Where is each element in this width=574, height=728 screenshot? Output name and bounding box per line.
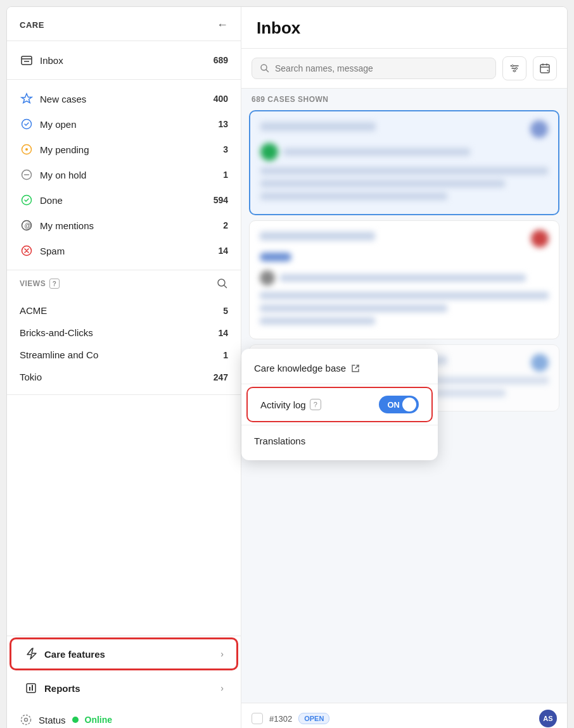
popup-menu: Care knowledge base Activity log ? ON	[241, 349, 438, 460]
toggle-label: ON	[388, 400, 400, 410]
sidebar-header: CARE ←	[7, 7, 241, 41]
inbox-section: Inbox 689	[7, 41, 241, 80]
views-search-icon[interactable]	[217, 278, 228, 289]
inbox-item[interactable]: Inbox 689	[7, 47, 241, 73]
case-checkbox[interactable]	[252, 713, 263, 724]
filter-button[interactable]	[502, 56, 526, 80]
done-item[interactable]: Done 594	[7, 187, 241, 213]
my-mentions-item[interactable]: @ My mentions 2	[7, 213, 241, 238]
bolt-icon	[24, 647, 38, 661]
status-value: Online	[85, 715, 113, 725]
my-on-hold-count: 1	[223, 170, 228, 180]
main-header: Inbox	[241, 7, 567, 49]
svg-point-3	[25, 148, 28, 151]
sidebar-bottom: Care features › Reports ›	[7, 636, 241, 728]
new-cases-item[interactable]: New cases 400	[7, 86, 241, 111]
svg-point-14	[512, 65, 514, 67]
translations-item[interactable]: Translations	[241, 427, 438, 455]
reports-icon	[24, 681, 38, 695]
spam-count: 14	[218, 246, 228, 256]
my-pending-item[interactable]: My pending 3	[7, 137, 241, 162]
new-cases-count: 400	[214, 94, 228, 104]
my-open-icon	[20, 117, 34, 131]
my-on-hold-icon	[20, 168, 34, 182]
my-on-hold-label: My on hold	[40, 170, 217, 180]
reports-label: Reports	[44, 683, 214, 694]
svg-rect-17	[540, 65, 549, 73]
done-count: 594	[214, 195, 228, 205]
user-avatar: AS	[539, 710, 557, 727]
my-pending-label: My pending	[40, 144, 217, 155]
search-input[interactable]	[275, 63, 488, 73]
external-link-icon	[351, 364, 360, 373]
status-label: Status	[39, 715, 66, 725]
my-open-label: My open	[40, 119, 212, 130]
popup-divider-2	[241, 425, 438, 425]
bottom-case-row: #1302 OPEN AS	[241, 703, 567, 728]
calendar-button[interactable]	[533, 56, 557, 80]
activity-log-toggle[interactable]: ON	[379, 396, 419, 413]
my-mentions-label: My mentions	[40, 220, 217, 231]
cases-shown-label: 689 CASES SHOWN	[241, 89, 567, 108]
new-cases-label: New cases	[40, 94, 207, 104]
activity-help-icon: ?	[310, 399, 321, 410]
status-section: New cases 400 My open 13	[7, 80, 241, 270]
knowledge-base-label: Care knowledge base	[254, 363, 346, 373]
svg-rect-0	[22, 56, 32, 65]
page-title: Inbox	[257, 18, 552, 38]
svg-text:@: @	[25, 222, 31, 229]
activity-log-row: Activity log ? ON	[246, 387, 433, 422]
search-icon	[260, 63, 270, 73]
search-bar[interactable]	[252, 58, 496, 79]
inbox-icon	[20, 53, 34, 67]
popup-divider	[241, 384, 438, 384]
care-features-item[interactable]: Care features ›	[10, 637, 238, 670]
reports-item[interactable]: Reports ›	[10, 672, 238, 705]
spam-item[interactable]: Spam 14	[7, 238, 241, 263]
sidebar: CARE ← Inbox 689	[7, 7, 241, 728]
sidebar-title: CARE	[20, 20, 44, 30]
new-cases-icon	[20, 92, 34, 106]
online-dot	[72, 717, 79, 723]
case-id: #1302	[269, 714, 292, 724]
my-pending-count: 3	[223, 144, 228, 154]
translations-label: Translations	[254, 436, 305, 446]
view-tokio[interactable]: Tokio 247	[7, 366, 241, 388]
view-streamline-and-co[interactable]: Streamline and Co 1	[7, 344, 241, 366]
my-mentions-icon: @	[20, 218, 34, 232]
svg-point-15	[516, 68, 518, 70]
svg-rect-10	[27, 684, 35, 693]
app-container: CARE ← Inbox 689	[6, 6, 568, 728]
sidebar-body: Inbox 689 New cases 400	[7, 41, 241, 636]
view-bricks-and-clicks[interactable]: Bricks-and-Clicks 14	[7, 322, 241, 344]
my-open-item[interactable]: My open 13	[7, 111, 241, 137]
toggle-knob	[402, 398, 416, 411]
spam-label: Spam	[40, 246, 212, 256]
care-features-label: Care features	[44, 649, 214, 660]
my-on-hold-item[interactable]: My on hold 1	[7, 162, 241, 187]
main-toolbar	[241, 49, 567, 89]
spam-icon	[20, 244, 34, 258]
open-badge: OPEN	[298, 713, 329, 724]
done-label: Done	[40, 195, 207, 206]
care-features-chevron: ›	[220, 649, 224, 659]
back-icon[interactable]: ←	[217, 18, 228, 32]
case-card-2[interactable]	[249, 220, 559, 339]
activity-log-label: Activity log ?	[260, 399, 373, 410]
case-card-active[interactable]	[249, 110, 559, 215]
inbox-count: 689	[214, 55, 228, 65]
inbox-label: Inbox	[40, 55, 207, 66]
views-help-icon: ?	[49, 279, 60, 289]
view-acme[interactable]: ACME 5	[7, 299, 241, 322]
knowledge-base-item[interactable]: Care knowledge base	[241, 354, 438, 382]
blurred-case-content	[260, 120, 548, 200]
reports-chevron: ›	[220, 683, 224, 693]
done-icon	[20, 193, 34, 207]
my-mentions-count: 2	[223, 220, 228, 230]
status-item: Status Online	[7, 706, 241, 728]
svg-point-12	[25, 719, 28, 722]
blurred-case-content-2	[260, 230, 549, 325]
my-pending-icon	[20, 142, 34, 156]
views-header: VIEWS ?	[7, 270, 241, 293]
svg-point-9	[218, 279, 225, 286]
